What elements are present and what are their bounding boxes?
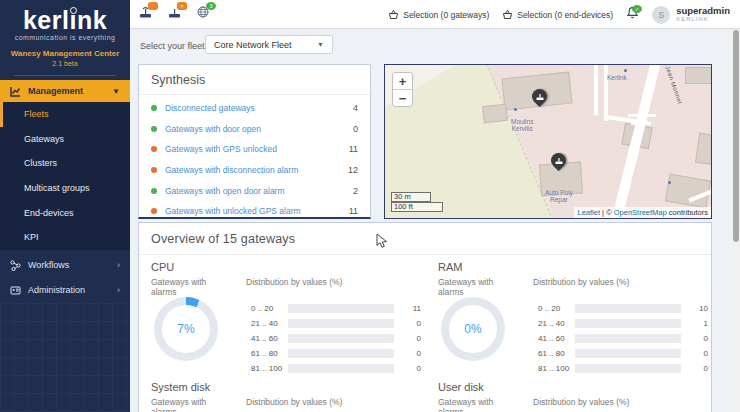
- chart-icon: [10, 86, 21, 97]
- synthesis-row-disconnection-alarm[interactable]: Gateways with disconnection alarm 12: [139, 160, 370, 181]
- range-label: 21 .. 40: [251, 319, 288, 328]
- system-disk-distribution-label: Distribution by values (%): [246, 397, 342, 407]
- synthesis-link[interactable]: Gateways with door open: [165, 124, 261, 134]
- synthesis-row-disconnected[interactable]: Disconnected gateways 4: [139, 98, 370, 119]
- synthesis-row-gps-unlocked[interactable]: Gateways with GPS unlocked 11: [139, 139, 370, 160]
- bar-value: 0: [394, 334, 421, 343]
- map-label-poi1: MoulinsKervilis: [511, 118, 533, 132]
- cpu-bar-row: 61 .. 80 0: [251, 348, 421, 358]
- sidebar-item-management[interactable]: Management ▼: [0, 80, 130, 102]
- leaflet-link[interactable]: Leaflet: [577, 208, 600, 217]
- map-building: [685, 67, 711, 84]
- sidebar-item-end-devices[interactable]: End-devices: [0, 200, 130, 225]
- gateway-alarm-status-icon[interactable]: [138, 4, 154, 20]
- range-label: 61 .. 80: [251, 349, 288, 358]
- osm-link[interactable]: OpenStreetMap: [614, 208, 667, 217]
- management-submenu: Fleets Gateways Clusters Multicast group…: [0, 102, 130, 250]
- sidebar-item-gateways[interactable]: Gateways: [0, 127, 130, 152]
- alarm-badge: [148, 2, 158, 10]
- ram-bar-row: 21 .. 40 1: [538, 318, 708, 328]
- synthesis-value: 4: [353, 103, 358, 113]
- sidebar-item-clusters[interactable]: Clusters: [0, 151, 130, 176]
- bar-value: 0: [394, 364, 421, 373]
- map-scale-metric: 30 m: [391, 192, 431, 202]
- sidebar-item-kpi[interactable]: KPI: [0, 225, 130, 250]
- fleet-select-dropdown[interactable]: Core Network Fleet ▼: [205, 35, 333, 54]
- cpu-bar-row: 21 .. 40 0: [251, 318, 421, 328]
- network-badge: 3: [206, 2, 216, 10]
- sidebar-item-multicast-groups[interactable]: Multicast groups: [0, 176, 130, 201]
- attribution-separator: | ©: [602, 208, 612, 217]
- bar-track: [575, 304, 681, 313]
- sidebar-item-fleets[interactable]: Fleets: [0, 102, 130, 127]
- zoom-out-button[interactable]: −: [393, 90, 412, 106]
- map-poi-dot: [624, 69, 627, 72]
- bar-value: 11: [394, 304, 421, 313]
- workflow-icon: [10, 260, 21, 271]
- cpu-bar-row: 41 .. 60 0: [251, 333, 421, 343]
- map-building: [665, 174, 711, 209]
- workflows-label: Workflows: [28, 260, 69, 270]
- status-dot: [151, 146, 157, 152]
- bar-track: [288, 334, 394, 343]
- top-bar: × 3 Selection (0 gateways) Selection (0: [130, 0, 740, 29]
- zoom-in-button[interactable]: +: [393, 73, 412, 90]
- map-street-label: Jean Monnet: [664, 65, 683, 105]
- selection-end-devices-label: Selection (0 end-devices): [517, 10, 613, 20]
- synthesis-link[interactable]: Gateways with open door alarm: [165, 186, 285, 196]
- gateway-marker-icon: [536, 93, 544, 101]
- map-scale-imperial: 100 ft: [391, 202, 443, 212]
- sidebar-item-administration[interactable]: Administration ›: [0, 278, 130, 302]
- synthesis-link[interactable]: Gateways with GPS unlocked: [165, 144, 277, 154]
- synthesis-link[interactable]: Gateways with unlocked GPS alarm: [165, 206, 301, 216]
- chevron-right-icon: ›: [117, 285, 120, 295]
- fleet-select-value: Core Network Fleet: [214, 40, 292, 50]
- gateway-map-marker[interactable]: [529, 86, 550, 107]
- synthesis-row-open-door-alarm[interactable]: Gateways with open door alarm 2: [139, 180, 370, 201]
- synthesis-row-unlocked-gps-alarm[interactable]: Gateways with unlocked GPS alarm 11: [139, 201, 370, 222]
- selection-gateways-button[interactable]: Selection (0 gateways): [388, 9, 489, 20]
- gateway-marker-icon: [555, 157, 563, 165]
- user-disk-title: User disk: [438, 381, 713, 393]
- range-label: 0 .. 20: [251, 304, 288, 313]
- ram-distribution-label: Distribution by values (%): [533, 277, 629, 287]
- bar-track: [575, 364, 681, 373]
- synthesis-value: 12: [348, 165, 358, 175]
- cpu-alarms-label: Gateways with alarms: [151, 277, 225, 297]
- gateway-disconnect-status-icon[interactable]: ×: [167, 4, 183, 20]
- dropdown-caret-icon: ▼: [317, 41, 324, 48]
- map-zoom-control: + −: [392, 72, 413, 107]
- synthesis-link[interactable]: Gateways with disconnection alarm: [165, 165, 298, 175]
- overview-title: Overview of 15 gateways: [139, 223, 711, 254]
- synthesis-value: 2: [353, 186, 358, 196]
- cpu-section: CPU Gateways with alarms Distribution by…: [151, 261, 426, 273]
- network-status-icon[interactable]: 3: [196, 4, 212, 20]
- bar-value: 1: [681, 319, 708, 328]
- cpu-distribution-label: Distribution by values (%): [246, 277, 342, 287]
- sidebar-item-workflows[interactable]: Workflows ›: [0, 253, 130, 277]
- chevron-down-icon: ▼: [112, 87, 120, 96]
- status-dot: [151, 126, 157, 132]
- synthesis-row-door-open[interactable]: Gateways with door open 0: [139, 119, 370, 140]
- selection-end-devices-button[interactable]: Selection (0 end-devices): [502, 9, 613, 20]
- bar-track: [575, 349, 681, 358]
- synthesis-value: 0: [353, 124, 358, 134]
- gateway-map[interactable]: Kerlink MoulinsKervilis Auto PolyRepar J…: [384, 64, 712, 219]
- scrollbar-thumb[interactable]: [733, 30, 739, 242]
- ram-bar-row: 0 .. 20 10: [538, 303, 708, 313]
- range-label: 61 .. 80: [538, 349, 575, 358]
- user-menu[interactable]: S superadmin KERLINK: [652, 6, 730, 24]
- synthesis-link[interactable]: Disconnected gateways: [165, 103, 255, 113]
- product-name: Wanesy Management Center: [0, 49, 130, 58]
- bar-track: [288, 304, 394, 313]
- user-disk-distribution-label: Distribution by values (%): [533, 397, 629, 407]
- bar-track: [575, 334, 681, 343]
- range-label: 41 .. 60: [251, 334, 288, 343]
- notifications-button[interactable]: ✓: [626, 6, 639, 24]
- map-road: [631, 122, 651, 125]
- user-disk-section: User disk Gateways with alarms Distribut…: [438, 381, 713, 393]
- user-name: superadmin: [676, 6, 730, 16]
- disconnect-badge: ×: [177, 2, 187, 10]
- map-road: [628, 114, 656, 117]
- gateway-map-marker[interactable]: [548, 150, 569, 171]
